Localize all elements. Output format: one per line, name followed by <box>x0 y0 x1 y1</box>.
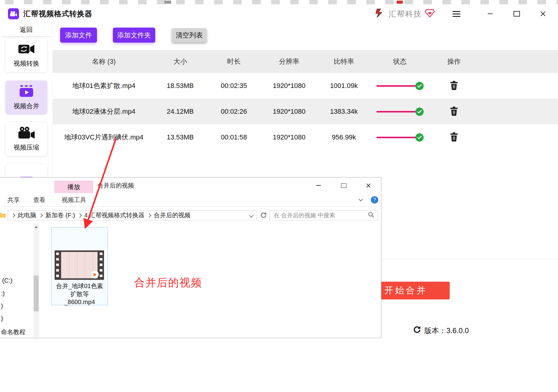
breadcrumb: 此电脑 新加卷 (F:) 4 汇帮视频格式转换器 合并后的视频 <box>8 210 257 220</box>
version-label: 版本：3.6.0.0 <box>424 326 469 336</box>
scrollbar[interactable] <box>33 223 39 337</box>
sidebar-item-video-compress[interactable]: 视频压缩 <box>6 122 47 156</box>
nav-item-drive[interactable]: (C:) <box>2 277 12 284</box>
progress-bar <box>376 111 417 112</box>
status-indicator <box>372 133 428 142</box>
trash-icon <box>450 132 458 142</box>
delete-button[interactable] <box>449 131 459 144</box>
column-header-name: 名称 (3) <box>53 57 155 66</box>
clear-list-button[interactable]: 清空列表 <box>172 28 207 42</box>
progress-bar <box>376 85 417 87</box>
version-info: 版本：3.6.0.0 <box>413 325 469 336</box>
table-row[interactable]: 地球03VC片遇到碘伏.mp4 13.53MB 00:01:58 1920*10… <box>53 124 558 150</box>
file-resolution: 1920*1080 <box>262 133 316 141</box>
close-icon <box>366 183 371 188</box>
file-duration: 00:01:58 <box>206 133 262 141</box>
add-folder-button[interactable]: 添加文件夹 <box>113 28 155 43</box>
explorer-minimize-button[interactable] <box>310 177 327 193</box>
nav-item-folder[interactable]: 命名教程 <box>1 328 25 336</box>
explorer-close-button[interactable] <box>359 177 377 193</box>
file-duration: 00:02:35 <box>206 82 262 90</box>
app-logo-icon <box>8 8 19 19</box>
address-dropdown-icon[interactable] <box>249 213 253 217</box>
sidebar-item-video-merge[interactable]: 视频合并 <box>6 81 47 114</box>
breadcrumb-item[interactable]: 此电脑 <box>18 211 36 219</box>
maximize-icon <box>514 11 520 17</box>
success-check-icon <box>415 82 424 90</box>
ribbon-collapse-icon[interactable] <box>359 197 363 201</box>
search-icon[interactable] <box>368 212 374 219</box>
minimize-icon <box>316 185 321 186</box>
sidebar-item-label: 视频转换 <box>13 59 39 68</box>
file-resolution: 1920*1080 <box>262 108 316 116</box>
breadcrumb-item[interactable]: 新加卷 (F:) <box>45 211 75 219</box>
delete-button[interactable] <box>449 105 459 118</box>
update-refresh-icon <box>413 325 421 336</box>
refresh-button[interactable] <box>260 211 267 220</box>
chevron-right-icon <box>147 213 151 217</box>
merged-video-file-item[interactable]: 合并_地球01色素 扩散等 _8600.mp4 <box>51 227 108 305</box>
file-bitrate: 1001.09k <box>316 82 372 90</box>
menu-button[interactable] <box>449 8 464 20</box>
file-resolution: 1920*1080 <box>262 82 316 90</box>
help-button[interactable]: ? <box>371 196 378 204</box>
column-header-status: 状态 <box>372 57 428 66</box>
column-header-resolution: 分辨率 <box>262 57 316 66</box>
file-size: 13.53MB <box>155 133 206 141</box>
nav-item-drive[interactable]: ) <box>1 303 3 310</box>
file-name: 地球01色素扩散.mp4 <box>53 81 155 90</box>
table-row[interactable]: 地球02液体分层.mp4 24.12MB 00:02:26 1920*1080 … <box>53 99 558 124</box>
scroll-up-icon[interactable] <box>35 226 38 228</box>
file-size: 24.12MB <box>155 108 206 116</box>
file-name-label: 合并_地球01色素 扩散等 _8600.mp4 <box>52 282 108 306</box>
breadcrumb-item[interactable]: 合并后的视频 <box>154 211 190 219</box>
video-compress-icon <box>18 127 35 140</box>
back-button[interactable]: 返回 <box>1 23 51 36</box>
file-name: 地球02液体分层.mp4 <box>53 107 155 116</box>
chevron-right-icon <box>39 213 43 217</box>
column-header-duration: 时长 <box>206 57 262 66</box>
success-check-icon <box>415 108 424 116</box>
play-overlay-icon <box>90 270 99 279</box>
vip-icon[interactable] <box>425 9 435 19</box>
folder-icon <box>0 212 6 219</box>
explorer-maximize-button[interactable] <box>335 177 352 193</box>
sidebar-item-label: 视频压缩 <box>13 143 39 152</box>
column-header-action: 操作 <box>428 57 480 66</box>
tab-share[interactable]: 共享 <box>3 193 24 206</box>
app-titlebar: 汇帮视频格式转换器 汇帮科技 <box>0 4 558 23</box>
success-check-icon <box>415 133 424 142</box>
file-table: 名称 (3) 大小 时长 分辨率 比特率 状态 操作 地球01色素扩散.mp4 … <box>53 50 558 150</box>
background-icon-fragment <box>397 1 403 4</box>
nav-item-drive[interactable]: :) <box>1 290 5 297</box>
maximize-button[interactable] <box>510 8 524 20</box>
nav-item-drive[interactable]: ) <box>1 315 3 322</box>
maximize-icon <box>341 183 346 188</box>
chevron-right-icon <box>11 213 15 217</box>
table-header: 名称 (3) 大小 时长 分辨率 比特率 状态 操作 <box>53 50 558 73</box>
scrollbar-thumb[interactable] <box>34 276 39 311</box>
sidebar-item-video-convert[interactable]: 视频转换 <box>6 39 47 72</box>
progress-bar <box>376 137 417 138</box>
close-icon <box>540 11 546 17</box>
trash-icon <box>450 81 458 90</box>
column-header-bitrate: 比特率 <box>316 57 372 66</box>
ribbon-tab-bar: 共享 查看 视频工具 ? <box>0 193 381 207</box>
file-duration: 00:02:26 <box>206 108 262 116</box>
brand-name: 汇帮科技 <box>389 9 422 19</box>
video-convert-icon <box>18 43 35 56</box>
table-row[interactable]: 地球01色素扩散.mp4 18.53MB 00:02:35 1920*1080 … <box>53 73 558 99</box>
search-input[interactable] <box>273 212 368 219</box>
trash-icon <box>450 107 458 116</box>
app-title: 汇帮视频格式转换器 <box>23 9 92 19</box>
status-indicator <box>372 108 428 116</box>
annotation-text: 合并后的视频 <box>134 276 202 290</box>
tab-view[interactable]: 查看 <box>29 193 49 206</box>
delete-button[interactable] <box>449 80 459 92</box>
add-file-button[interactable]: 添加文件 <box>60 28 97 43</box>
minimize-button[interactable] <box>483 8 497 20</box>
sidebar-item-label: 视频合并 <box>13 102 39 110</box>
annotation-arrow <box>74 134 126 235</box>
close-button[interactable] <box>536 8 550 20</box>
screen: 汇帮视频格式转换器 汇帮科技 返回 <box>0 0 558 392</box>
